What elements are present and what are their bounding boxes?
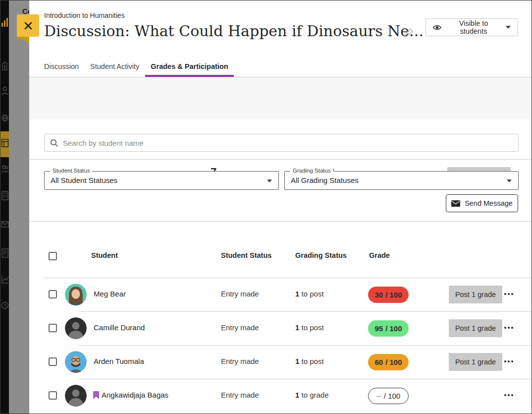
grading-count: 1 <box>295 357 299 365</box>
student-status-value: All Student Statuses <box>51 176 117 184</box>
student-status-cell: Entry made <box>221 290 259 298</box>
screen: Co Introduction to Humanities Discussion… <box>0 0 532 414</box>
avatar <box>65 317 87 339</box>
stats-bar: 11 of 11 PARTICIPATING 7 TO GRADE 3 TO P… <box>29 77 532 119</box>
content-icon <box>1 138 9 149</box>
table-row: Arden Tuomala Entry made 1 to post 60 / … <box>29 345 532 379</box>
avatar <box>65 351 87 373</box>
grade-score: 60 <box>374 358 383 366</box>
tab-student-activity[interactable]: Student Activity <box>90 56 139 77</box>
analytics-bars-icon[interactable] <box>1 15 9 28</box>
grading-count: 1 <box>295 290 299 298</box>
grade-score: 95 <box>374 324 383 333</box>
send-message-button[interactable]: Send Message <box>446 194 518 212</box>
grade-max: / 100 <box>385 358 402 366</box>
edit-title-pencil-icon[interactable] <box>403 27 414 38</box>
post-grade-button[interactable]: Post 1 grade <box>449 319 502 337</box>
student-status-cell: Entry made <box>221 357 259 365</box>
visibility-dropdown-button[interactable]: Visible to students <box>426 18 518 36</box>
student-status-label: Student Status <box>50 168 92 174</box>
groups-icon[interactable] <box>1 163 9 176</box>
close-button-fold <box>17 37 29 43</box>
grading-status-cell: 1 to post <box>295 290 324 298</box>
visibility-label: Visible to students <box>446 19 501 35</box>
row-checkbox[interactable] <box>49 391 57 400</box>
row-checkbox[interactable] <box>49 357 57 366</box>
select-all-checkbox[interactable] <box>49 252 57 260</box>
chevron-down-icon <box>507 179 512 182</box>
grading-text: to grade <box>302 391 329 399</box>
column-header-student: Student <box>91 251 118 259</box>
breadcrumb: Introduction to Humanities <box>44 11 125 19</box>
student-name: Meg Bear <box>94 290 126 298</box>
grade-pill[interactable]: -- / 100 <box>368 388 409 404</box>
row-checkbox[interactable] <box>49 290 57 298</box>
grading-status-select[interactable]: Grading Status All Grading Statuses <box>284 171 519 190</box>
row-checkbox[interactable] <box>49 324 57 332</box>
grade-score: -- <box>376 392 381 400</box>
grade-pill[interactable]: 60 / 100 <box>368 354 409 370</box>
chart-line-icon[interactable] <box>1 274 9 287</box>
close-panel-button[interactable] <box>17 14 39 37</box>
student-name: Camille Durand <box>94 323 145 332</box>
grade-max: / 100 <box>385 324 402 333</box>
chevron-down-icon <box>267 179 272 182</box>
grade-max: / 100 <box>384 392 400 400</box>
row-menu-icon[interactable] <box>504 394 513 396</box>
grading-text: to post <box>302 357 324 365</box>
discussion-panel: Introduction to Humanities Discussion: W… <box>29 0 532 414</box>
table-row: Meg Bear Entry made 1 to post 30 / 100 P… <box>29 278 532 311</box>
chevron-down-icon <box>506 26 511 29</box>
grading-count: 1 <box>295 391 299 399</box>
student-status-select[interactable]: Student Status All Student Statuses <box>44 171 279 190</box>
avatar <box>65 385 87 407</box>
grading-status-cell: 1 to grade <box>295 391 329 399</box>
column-header-grading-status: Grading Status <box>295 251 347 259</box>
post-grade-button[interactable]: Post 1 grade <box>449 353 502 371</box>
row-menu-icon[interactable] <box>504 293 513 295</box>
grading-status-label: Grading Status <box>290 168 333 174</box>
grading-status-value: All Grading Statuses <box>291 176 359 184</box>
row-menu-icon[interactable] <box>504 360 513 362</box>
left-nav-sidebar <box>0 0 9 414</box>
grading-count: 1 <box>295 323 299 332</box>
grading-text: to post <box>302 323 324 332</box>
sidebar-active-item[interactable] <box>0 131 9 157</box>
send-message-label: Send Message <box>465 199 513 207</box>
table-row: Camille Durand Entry made 1 to post 95 /… <box>29 311 532 345</box>
envelope-icon <box>451 200 460 207</box>
institution-icon[interactable] <box>1 60 9 73</box>
column-header-grade: Grade <box>369 251 390 259</box>
gradebook-icon[interactable] <box>1 247 9 260</box>
grade-pill[interactable]: 95 / 100 <box>368 320 409 337</box>
search-icon <box>50 139 58 147</box>
calculator-icon[interactable] <box>1 190 9 203</box>
search-box <box>44 134 519 152</box>
clock-icon[interactable] <box>1 300 9 313</box>
tab-bar: Discussion Student Activity Grades & Par… <box>29 56 532 77</box>
student-name: Angkawidjaja Bagas <box>102 391 168 399</box>
column-header-student-status: Student Status <box>221 251 271 259</box>
grading-text: to post <box>302 290 324 298</box>
search-input[interactable] <box>63 139 513 147</box>
avatar <box>65 284 87 305</box>
globe-icon[interactable] <box>1 113 9 125</box>
row-menu-icon[interactable] <box>504 327 513 329</box>
grade-pill[interactable]: 30 / 100 <box>368 287 409 303</box>
grading-status-cell: 1 to post <box>295 357 324 365</box>
student-status-cell: Entry made <box>221 391 259 399</box>
tab-discussion[interactable]: Discussion <box>44 56 79 77</box>
divider <box>29 221 532 222</box>
post-grade-button[interactable]: Post 1 grade <box>449 286 502 303</box>
dim-backdrop: Co <box>9 0 29 414</box>
profile-icon[interactable] <box>1 85 9 98</box>
grade-score: 30 <box>374 291 383 299</box>
messages-icon[interactable] <box>1 219 9 232</box>
accommodation-flag-icon <box>93 391 99 399</box>
student-status-cell: Entry made <box>221 323 259 332</box>
close-icon <box>23 21 33 31</box>
tab-grades-participation[interactable]: Grades & Participation <box>151 56 228 77</box>
divider <box>29 159 532 160</box>
grading-status-cell: 1 to post <box>295 323 324 332</box>
table-row: Angkawidjaja Bagas Entry made 1 to grade… <box>29 379 532 413</box>
